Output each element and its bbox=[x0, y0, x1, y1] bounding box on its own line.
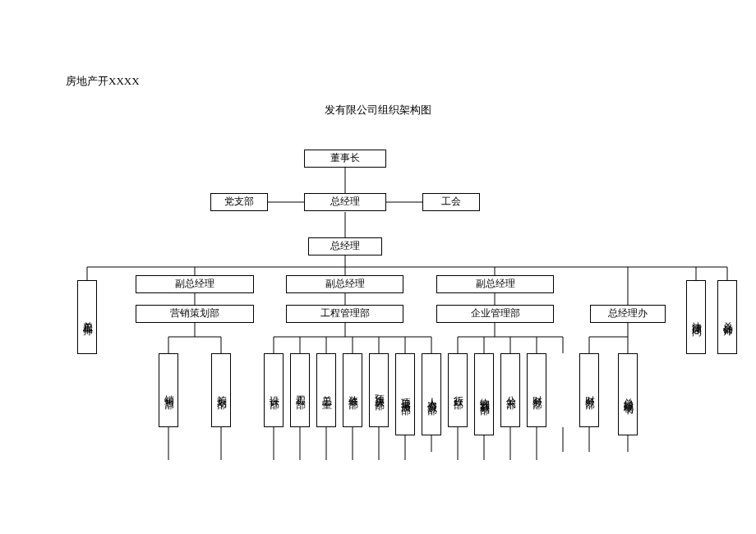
node-vgm-3: 副总经理 bbox=[436, 275, 554, 293]
node-general-manager: 总经理 bbox=[304, 193, 386, 211]
node-sales: 销售部 bbox=[159, 353, 178, 427]
node-engineering: 工程部 bbox=[290, 353, 310, 427]
node-engineering-mgmt: 工程管理部 bbox=[286, 305, 403, 323]
node-pr: 公关部 bbox=[500, 353, 520, 427]
node-marketing-planning: 营销策划部 bbox=[136, 305, 254, 323]
node-chief-accountant: 总会计师 bbox=[717, 280, 737, 354]
node-admin: 行政部 bbox=[448, 353, 468, 427]
node-finance: 财务部 bbox=[527, 353, 546, 427]
node-finance-2: 财务部 bbox=[579, 353, 599, 427]
node-planning: 策划部 bbox=[211, 353, 231, 427]
node-union: 工会 bbox=[422, 193, 480, 211]
node-vgm-2: 副总经理 bbox=[286, 275, 403, 293]
node-gm-secretary: 总经理秘书 bbox=[618, 353, 638, 435]
node-chairman: 董事长 bbox=[304, 150, 386, 168]
node-property: 物业后勤部 bbox=[474, 353, 494, 435]
node-vgm-1: 副总经理 bbox=[136, 275, 254, 293]
node-chief-room: 总工室 bbox=[316, 353, 336, 427]
node-budget: 预决算部 bbox=[369, 353, 389, 427]
node-design: 设计部 bbox=[264, 353, 284, 427]
node-general-manager-sub: 总经理 bbox=[308, 237, 382, 255]
node-party-branch: 党支部 bbox=[210, 193, 268, 211]
node-legal-advisor: 法律顾问 bbox=[686, 280, 706, 354]
node-corporate-mgmt: 企业管理部 bbox=[436, 305, 554, 323]
node-project-expansion: 项目拓展部 bbox=[395, 353, 415, 435]
node-hr: 人力资源部 bbox=[422, 353, 441, 435]
node-decoration: 装修部 bbox=[343, 353, 362, 427]
node-gm-office: 总经理办 bbox=[590, 305, 666, 323]
node-chief-engineer: 总工程师 bbox=[77, 280, 97, 354]
connector-lines bbox=[0, 0, 756, 534]
